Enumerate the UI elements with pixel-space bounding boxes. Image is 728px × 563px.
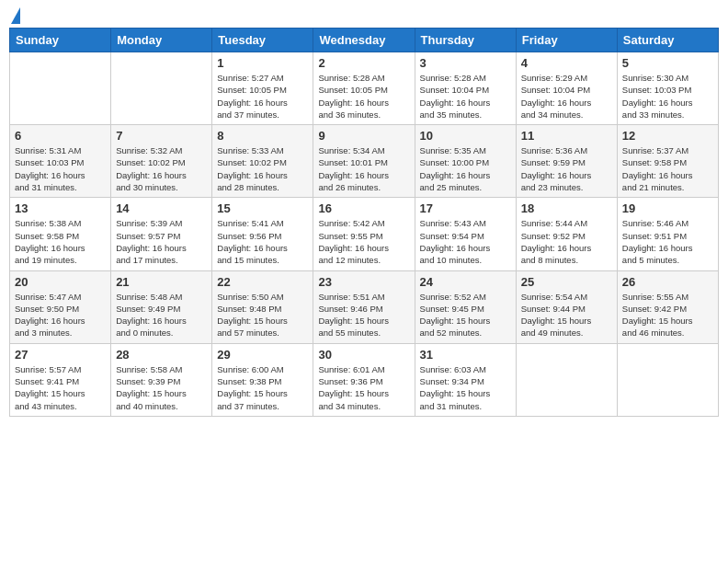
logo-triangle-icon [11,7,20,24]
day-number: 15 [217,201,308,215]
day-info: Sunrise: 5:33 AM Sunset: 10:02 PM Daylig… [217,144,308,193]
calendar-week-row: 6Sunrise: 5:31 AM Sunset: 10:03 PM Dayli… [10,125,719,198]
day-number: 22 [217,275,308,289]
calendar-day-cell: 18Sunrise: 5:44 AM Sunset: 9:52 PM Dayli… [516,198,617,270]
calendar-day-cell: 24Sunrise: 5:52 AM Sunset: 9:45 PM Dayli… [415,270,516,343]
calendar-day-cell: 11Sunrise: 5:36 AM Sunset: 9:59 PM Dayli… [516,125,617,198]
day-number: 3 [420,56,511,70]
day-number: 29 [217,348,308,362]
day-number: 6 [15,129,106,143]
day-info: Sunrise: 5:54 AM Sunset: 9:44 PM Dayligh… [521,291,612,339]
calendar-day-cell: 31Sunrise: 6:03 AM Sunset: 9:34 PM Dayli… [415,343,516,416]
calendar-day-cell: 30Sunrise: 6:01 AM Sunset: 9:36 PM Dayli… [313,343,415,416]
calendar-day-cell: 28Sunrise: 5:58 AM Sunset: 9:39 PM Dayli… [111,343,212,416]
calendar-day-cell: 4Sunrise: 5:29 AM Sunset: 10:04 PM Dayli… [516,52,617,125]
day-number: 7 [116,129,207,143]
calendar-day-cell: 5Sunrise: 5:30 AM Sunset: 10:03 PM Dayli… [617,52,718,125]
calendar-day-cell: 20Sunrise: 5:47 AM Sunset: 9:50 PM Dayli… [10,270,111,343]
day-of-week-header: Wednesday [313,29,415,52]
calendar-week-row: 13Sunrise: 5:38 AM Sunset: 9:58 PM Dayli… [10,198,719,270]
day-info: Sunrise: 5:28 AM Sunset: 10:05 PM Daylig… [318,72,409,121]
day-number: 9 [318,129,409,143]
day-number: 1 [217,56,308,70]
day-number: 30 [318,348,409,362]
day-number: 26 [622,275,713,289]
calendar-day-cell: 29Sunrise: 6:00 AM Sunset: 9:38 PM Dayli… [212,343,313,416]
calendar-day-cell: 6Sunrise: 5:31 AM Sunset: 10:03 PM Dayli… [10,125,111,198]
calendar-day-cell: 27Sunrise: 5:57 AM Sunset: 9:41 PM Dayli… [10,343,111,416]
day-info: Sunrise: 6:01 AM Sunset: 9:36 PM Dayligh… [318,363,409,412]
calendar-table: SundayMondayTuesdayWednesdayThursdayFrid… [9,28,719,417]
day-number: 8 [217,129,308,143]
calendar-day-cell: 22Sunrise: 5:50 AM Sunset: 9:48 PM Dayli… [212,270,313,343]
calendar-day-cell: 12Sunrise: 5:37 AM Sunset: 9:58 PM Dayli… [617,125,718,198]
calendar-day-cell [10,52,111,125]
day-info: Sunrise: 5:29 AM Sunset: 10:04 PM Daylig… [521,72,612,121]
day-number: 17 [420,201,511,215]
day-number: 14 [116,201,207,215]
calendar-day-cell: 26Sunrise: 5:55 AM Sunset: 9:42 PM Dayli… [617,270,718,343]
day-info: Sunrise: 5:55 AM Sunset: 9:42 PM Dayligh… [622,291,713,339]
day-of-week-header: Thursday [415,29,516,52]
calendar-day-cell: 13Sunrise: 5:38 AM Sunset: 9:58 PM Dayli… [10,198,111,270]
day-number: 31 [420,348,511,362]
day-info: Sunrise: 5:58 AM Sunset: 9:39 PM Dayligh… [116,363,207,412]
calendar-day-cell: 1Sunrise: 5:27 AM Sunset: 10:05 PM Dayli… [212,52,313,125]
day-of-week-header: Tuesday [212,29,313,52]
day-info: Sunrise: 5:35 AM Sunset: 10:00 PM Daylig… [420,144,511,193]
day-number: 23 [318,275,409,289]
day-number: 27 [15,348,106,362]
day-number: 25 [521,275,612,289]
calendar-day-cell: 15Sunrise: 5:41 AM Sunset: 9:56 PM Dayli… [212,198,313,270]
day-number: 16 [318,201,409,215]
calendar-day-cell [516,343,617,416]
calendar-day-cell: 10Sunrise: 5:35 AM Sunset: 10:00 PM Dayl… [415,125,516,198]
day-number: 10 [420,129,511,143]
day-number: 2 [318,56,409,70]
day-number: 13 [15,201,106,215]
day-info: Sunrise: 5:41 AM Sunset: 9:56 PM Dayligh… [217,217,308,266]
day-info: Sunrise: 5:32 AM Sunset: 10:02 PM Daylig… [116,144,207,193]
calendar-header-row: SundayMondayTuesdayWednesdayThursdayFrid… [10,29,719,52]
day-info: Sunrise: 5:44 AM Sunset: 9:52 PM Dayligh… [521,217,612,266]
day-number: 24 [420,275,511,289]
day-number: 28 [116,348,207,362]
day-info: Sunrise: 5:34 AM Sunset: 10:01 PM Daylig… [318,144,409,193]
calendar-day-cell: 25Sunrise: 5:54 AM Sunset: 9:44 PM Dayli… [516,270,617,343]
calendar-day-cell: 7Sunrise: 5:32 AM Sunset: 10:02 PM Dayli… [111,125,212,198]
day-of-week-header: Monday [111,29,212,52]
day-of-week-header: Sunday [10,29,111,52]
day-info: Sunrise: 5:28 AM Sunset: 10:04 PM Daylig… [420,72,511,121]
day-info: Sunrise: 5:46 AM Sunset: 9:51 PM Dayligh… [622,217,713,266]
header [9,9,719,22]
calendar-day-cell: 3Sunrise: 5:28 AM Sunset: 10:04 PM Dayli… [415,52,516,125]
calendar-day-cell [111,52,212,125]
calendar-day-cell: 2Sunrise: 5:28 AM Sunset: 10:05 PM Dayli… [313,52,415,125]
calendar-week-row: 1Sunrise: 5:27 AM Sunset: 10:05 PM Dayli… [10,52,719,125]
day-info: Sunrise: 5:52 AM Sunset: 9:45 PM Dayligh… [420,291,511,339]
day-info: Sunrise: 5:38 AM Sunset: 9:58 PM Dayligh… [15,217,106,266]
day-number: 19 [622,201,713,215]
day-of-week-header: Friday [516,29,617,52]
day-number: 4 [521,56,612,70]
day-info: Sunrise: 6:03 AM Sunset: 9:34 PM Dayligh… [420,363,511,412]
day-number: 20 [15,275,106,289]
logo [9,9,20,22]
day-number: 12 [622,129,713,143]
calendar-day-cell: 8Sunrise: 5:33 AM Sunset: 10:02 PM Dayli… [212,125,313,198]
calendar-day-cell: 17Sunrise: 5:43 AM Sunset: 9:54 PM Dayli… [415,198,516,270]
day-info: Sunrise: 5:42 AM Sunset: 9:55 PM Dayligh… [318,217,409,266]
day-info: Sunrise: 5:36 AM Sunset: 9:59 PM Dayligh… [521,144,612,193]
day-number: 11 [521,129,612,143]
day-info: Sunrise: 5:37 AM Sunset: 9:58 PM Dayligh… [622,144,713,193]
day-info: Sunrise: 6:00 AM Sunset: 9:38 PM Dayligh… [217,363,308,412]
calendar-day-cell: 14Sunrise: 5:39 AM Sunset: 9:57 PM Dayli… [111,198,212,270]
calendar-week-row: 20Sunrise: 5:47 AM Sunset: 9:50 PM Dayli… [10,270,719,343]
calendar-day-cell: 23Sunrise: 5:51 AM Sunset: 9:46 PM Dayli… [313,270,415,343]
calendar-day-cell: 21Sunrise: 5:48 AM Sunset: 9:49 PM Dayli… [111,270,212,343]
day-info: Sunrise: 5:51 AM Sunset: 9:46 PM Dayligh… [318,291,409,339]
day-info: Sunrise: 5:50 AM Sunset: 9:48 PM Dayligh… [217,291,308,339]
calendar-day-cell: 19Sunrise: 5:46 AM Sunset: 9:51 PM Dayli… [617,198,718,270]
calendar-week-row: 27Sunrise: 5:57 AM Sunset: 9:41 PM Dayli… [10,343,719,416]
day-of-week-header: Saturday [617,29,718,52]
